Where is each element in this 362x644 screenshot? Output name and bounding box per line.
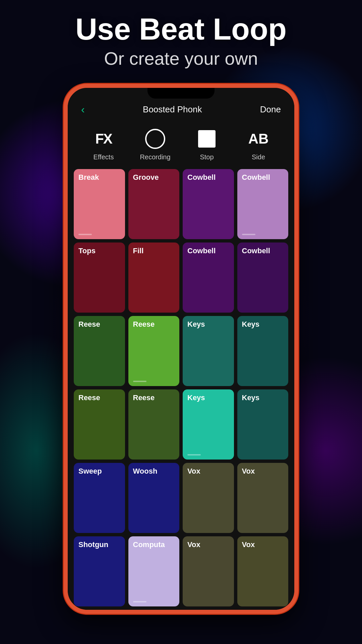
pad-2[interactable]: Cowbell — [183, 169, 234, 239]
record-icon-container — [143, 127, 167, 151]
recording-control[interactable]: Recording — [138, 127, 172, 161]
pad-label-10: Keys — [187, 320, 205, 329]
pad-8[interactable]: Reese — [74, 316, 125, 386]
pad-22[interactable]: Vox — [183, 536, 234, 606]
stop-icon — [198, 130, 216, 148]
pad-4[interactable]: Tops — [74, 243, 125, 313]
pad-label-6: Cowbell — [187, 247, 216, 255]
pad-14[interactable]: Keys — [183, 389, 234, 460]
pad-label-1: Groove — [133, 173, 159, 182]
pad-label-19: Vox — [242, 467, 255, 476]
pad-0[interactable]: Break — [74, 169, 125, 239]
stop-control[interactable]: Stop — [190, 127, 224, 161]
pad-label-2: Cowbell — [187, 173, 216, 182]
pad-18[interactable]: Vox — [183, 463, 234, 533]
pad-label-4: Tops — [78, 247, 96, 255]
pad-label-14: Keys — [187, 393, 205, 402]
pad-9[interactable]: Reese — [128, 316, 180, 386]
pad-label-9: Reese — [133, 320, 155, 329]
nav-bar: ‹ Boosted Phonk Done — [68, 99, 294, 120]
pad-label-11: Keys — [242, 320, 260, 329]
phone-frame: ‹ Boosted Phonk Done FX Effects Recordin… — [64, 84, 298, 614]
fx-icon-container: FX — [92, 127, 115, 151]
pad-7[interactable]: Cowbell — [237, 243, 289, 313]
pad-label-12: Reese — [78, 393, 100, 402]
nav-title: Boosted Phonk — [143, 104, 202, 115]
pad-indicator-14 — [187, 454, 201, 455]
pad-13[interactable]: Reese — [128, 389, 180, 460]
record-icon — [145, 129, 165, 149]
pad-label-3: Cowbell — [242, 173, 270, 182]
pad-6[interactable]: Cowbell — [183, 243, 234, 313]
phone-notch — [147, 88, 215, 99]
pad-label-18: Vox — [187, 467, 200, 476]
pad-label-17: Woosh — [133, 467, 158, 476]
effects-control[interactable]: FX Effects — [87, 127, 120, 161]
pad-label-23: Vox — [242, 540, 255, 549]
pad-5[interactable]: Fill — [128, 243, 180, 313]
pad-15[interactable]: Keys — [237, 389, 289, 460]
pad-label-20: Shotgun — [78, 540, 108, 549]
phone-screen: ‹ Boosted Phonk Done FX Effects Recordin… — [68, 88, 294, 610]
recording-label: Recording — [140, 153, 170, 161]
main-subtitle: Or create your own — [0, 48, 362, 69]
pad-label-7: Cowbell — [242, 247, 270, 255]
pad-grid: BreakGrooveCowbellCowbellTopsFillCowbell… — [68, 166, 294, 610]
pad-indicator-9 — [133, 381, 146, 382]
pad-21[interactable]: Computa — [128, 536, 180, 606]
stop-icon-container — [195, 127, 219, 151]
effects-label: Effects — [94, 153, 114, 161]
side-label: Side — [252, 153, 265, 161]
pad-1[interactable]: Groove — [128, 169, 180, 239]
top-text-area: Use Beat Loop Or create your own — [0, 13, 362, 69]
pad-label-13: Reese — [133, 393, 155, 402]
main-title: Use Beat Loop — [0, 13, 362, 45]
controls-row: FX Effects Recording Stop AB Si — [68, 120, 294, 166]
pad-3[interactable]: Cowbell — [237, 169, 289, 239]
pad-11[interactable]: Keys — [237, 316, 289, 386]
stop-label: Stop — [200, 153, 214, 161]
pad-16[interactable]: Sweep — [74, 463, 125, 533]
pad-23[interactable]: Vox — [237, 536, 289, 606]
ab-icon-container: AB — [247, 127, 270, 151]
pad-label-21: Computa — [133, 540, 165, 549]
pad-label-5: Fill — [133, 247, 144, 255]
fx-icon: FX — [95, 131, 112, 147]
pad-label-0: Break — [78, 173, 99, 182]
ab-icon: AB — [248, 131, 269, 147]
pad-label-15: Keys — [242, 393, 260, 402]
pad-12[interactable]: Reese — [74, 389, 125, 460]
pad-20[interactable]: Shotgun — [74, 536, 125, 606]
back-button[interactable]: ‹ — [81, 103, 85, 116]
pad-19[interactable]: Vox — [237, 463, 289, 533]
pad-indicator-3 — [242, 234, 255, 235]
pad-label-16: Sweep — [78, 467, 102, 476]
pad-indicator-21 — [133, 601, 146, 602]
pad-label-22: Vox — [187, 540, 200, 549]
side-control[interactable]: AB Side — [242, 127, 275, 161]
pad-label-8: Reese — [78, 320, 100, 329]
pad-indicator-0 — [78, 234, 92, 235]
done-button[interactable]: Done — [260, 104, 281, 115]
pad-10[interactable]: Keys — [183, 316, 234, 386]
pad-17[interactable]: Woosh — [128, 463, 180, 533]
